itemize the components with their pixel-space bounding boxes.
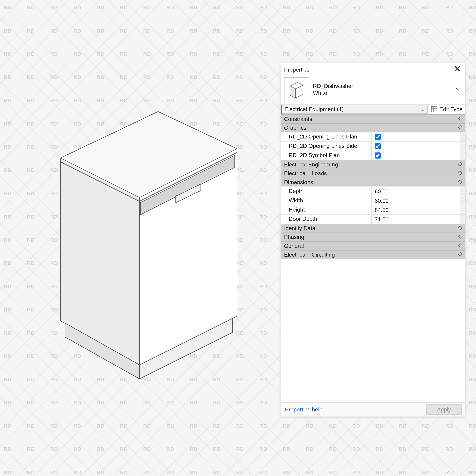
row-grip	[460, 196, 465, 205]
row-grip	[460, 142, 465, 151]
property-text: 71.50	[375, 216, 389, 222]
row-grip	[460, 151, 465, 160]
edit-type-button[interactable]: Edit Type	[428, 104, 465, 114]
property-checkbox[interactable]	[375, 153, 381, 159]
property-checkbox[interactable]	[375, 143, 381, 149]
collapse-icon	[458, 179, 462, 185]
property-row: Width60.00	[281, 196, 465, 205]
property-checkbox[interactable]	[375, 134, 381, 140]
section-header-electrical-engineering[interactable]: Electrical Engineering	[281, 160, 465, 169]
section-header-identity-data[interactable]: Identity Data	[281, 223, 465, 232]
property-label: Depth	[281, 187, 372, 196]
family-type: White	[313, 90, 450, 97]
property-value[interactable]	[372, 151, 460, 160]
expand-icon	[458, 225, 462, 231]
property-row: Depth60.00	[281, 186, 465, 196]
family-dropdown-arrow[interactable]	[454, 86, 462, 93]
section-label: Graphics	[284, 125, 306, 131]
property-value[interactable]	[372, 133, 460, 141]
property-value[interactable]: 60.00	[372, 196, 460, 205]
section-header-graphics[interactable]: Graphics	[281, 123, 465, 132]
family-thumbnail	[284, 77, 309, 102]
panel-titlebar: Properties	[281, 63, 465, 75]
property-row: Height84.50	[281, 205, 465, 214]
edit-type-label: Edit Type	[439, 106, 463, 113]
row-grip	[460, 187, 465, 196]
property-text: 60.00	[375, 197, 389, 204]
panel-footer: Properties help Apply	[281, 402, 465, 416]
property-label: RD_2D Symbol Plan	[281, 151, 372, 160]
property-row: Door Depth71.50	[281, 214, 465, 224]
property-row: RD_2D Opening Lines Plan	[281, 132, 465, 141]
section-label: Electrical - Loads	[284, 170, 327, 177]
row-grip	[460, 133, 465, 141]
property-row: RD_2D Symbol Plan	[281, 151, 465, 160]
expand-icon	[458, 116, 462, 122]
category-label: Electrical Equipment (1)	[285, 106, 344, 113]
section-label: General	[284, 243, 304, 249]
family-name: RD_Dishwasher	[313, 83, 450, 90]
property-label: RD_2D Opening Lines Plan	[281, 133, 372, 141]
svg-rect-10	[431, 106, 437, 112]
section-header-dimensions[interactable]: Dimensions	[281, 178, 465, 186]
edit-type-icon	[431, 106, 438, 113]
row-grip	[460, 205, 465, 214]
section-header-phasing[interactable]: Phasing	[281, 233, 465, 241]
property-label: Height	[281, 205, 372, 214]
expand-icon	[458, 252, 462, 258]
property-value[interactable]: 71.50	[372, 215, 460, 223]
chevron-down-icon: ⌄	[421, 107, 425, 112]
properties-panel: Properties RD_Dishwasher White	[281, 63, 465, 416]
property-label: RD_2D Opening Lines Side	[281, 142, 372, 151]
section-label: Dimensions	[284, 179, 313, 186]
expand-icon	[458, 234, 462, 240]
property-value[interactable]	[372, 142, 460, 151]
properties-body: ConstraintsGraphicsRD_2D Opening Lines P…	[281, 114, 465, 402]
section-label: Electrical - Circuiting	[284, 252, 335, 258]
properties-help-link[interactable]: Properties help	[285, 406, 323, 413]
category-row: Electrical Equipment (1) ⌄ Edit Type	[281, 104, 465, 114]
category-select[interactable]: Electrical Equipment (1) ⌄	[281, 104, 428, 114]
collapse-icon	[458, 125, 462, 131]
section-label: Phasing	[284, 234, 304, 240]
section-header-constraints[interactable]: Constraints	[281, 114, 465, 123]
property-row: RD_2D Opening Lines Side	[281, 141, 465, 151]
section-label: Identity Data	[284, 225, 315, 232]
property-value[interactable]: 84.50	[372, 205, 460, 214]
property-text: 84.50	[375, 207, 389, 213]
family-names: RD_Dishwasher White	[313, 83, 450, 97]
property-label: Width	[281, 196, 372, 205]
section-label: Electrical Engineering	[284, 161, 338, 168]
section-header-general[interactable]: General	[281, 241, 465, 250]
expand-icon	[458, 243, 462, 249]
panel-title: Properties	[284, 66, 309, 73]
expand-icon	[458, 171, 462, 176]
section-label: Constraints	[284, 116, 312, 122]
section-header-electrical-circuiting[interactable]: Electrical - Circuiting	[281, 250, 465, 259]
properties-empty-area	[281, 259, 465, 402]
property-text: 60.00	[375, 188, 389, 195]
section-header-electrical-loads[interactable]: Electrical - Loads	[281, 169, 465, 177]
property-label: Door Depth	[281, 215, 372, 223]
property-value[interactable]: 60.00	[372, 187, 460, 196]
expand-icon	[458, 162, 462, 168]
close-icon[interactable]	[452, 65, 463, 74]
family-selector[interactable]: RD_Dishwasher White	[281, 75, 465, 104]
row-grip	[460, 215, 465, 223]
model-3d-dishwasher	[33, 107, 251, 391]
apply-button[interactable]: Apply	[426, 405, 462, 415]
